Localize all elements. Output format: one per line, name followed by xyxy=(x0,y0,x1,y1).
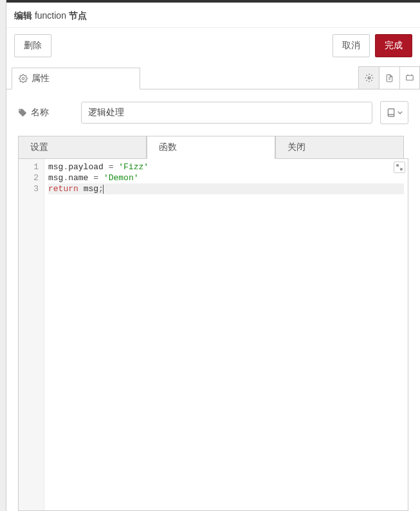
header-prefix: 编辑 xyxy=(14,10,35,21)
svg-point-0 xyxy=(22,77,24,80)
name-label-text: 名称 xyxy=(31,107,49,118)
code-lines[interactable]: msg.payload = 'Fizz' msg.name = 'Demon' … xyxy=(44,159,408,510)
svg-rect-4 xyxy=(406,76,414,80)
gear-icon xyxy=(19,74,28,83)
code-editor[interactable]: 1 2 3 msg.payload = 'Fizz' msg.name = 'D… xyxy=(18,158,408,511)
done-button[interactable]: 完成 xyxy=(375,34,412,57)
name-input[interactable] xyxy=(81,102,372,124)
header-suffix: 节点 xyxy=(66,10,87,21)
left-scroll-strip xyxy=(0,0,6,511)
edit-panel: 编辑 function 节点 删除 取消 完成 属性 xyxy=(6,0,420,511)
tag-icon xyxy=(18,108,27,117)
header-node-type: function xyxy=(35,10,66,21)
action-row: 删除 取消 完成 xyxy=(6,28,420,66)
line-gutter: 1 2 3 xyxy=(19,159,44,510)
line-number: 2 xyxy=(26,172,39,183)
code-line[interactable]: msg.payload = 'Fizz' xyxy=(48,162,404,172)
svg-point-1 xyxy=(368,77,370,79)
sub-tab-row: 设置 函数 关闭 xyxy=(18,136,408,159)
expand-icon xyxy=(396,164,403,171)
tab-settings-icon[interactable] xyxy=(358,66,379,89)
tab-properties[interactable]: 属性 xyxy=(12,68,140,89)
expand-editor-button[interactable] xyxy=(394,162,405,173)
name-row: 名称 xyxy=(18,101,408,124)
line-number: 1 xyxy=(26,162,39,172)
sub-tab-setup[interactable]: 设置 xyxy=(18,136,147,159)
tab-appearance-icon[interactable] xyxy=(399,66,420,89)
cancel-button[interactable]: 取消 xyxy=(333,34,370,57)
delete-button[interactable]: 删除 xyxy=(14,34,51,57)
panel-header: 编辑 function 节点 xyxy=(6,3,420,28)
line-number: 3 xyxy=(26,183,39,194)
tab-description-icon[interactable] xyxy=(379,66,399,89)
tab-row: 属性 xyxy=(6,66,420,89)
text-cursor xyxy=(103,185,104,194)
caret-down-icon xyxy=(397,110,403,115)
form-area: 名称 xyxy=(6,89,420,136)
code-area[interactable]: 1 2 3 msg.payload = 'Fizz' msg.name = 'D… xyxy=(19,159,408,510)
language-button[interactable] xyxy=(380,101,408,124)
sub-tab-function[interactable]: 函数 xyxy=(147,136,275,159)
book-icon xyxy=(387,108,396,117)
sub-tab-close[interactable]: 关闭 xyxy=(275,136,404,159)
name-label: 名称 xyxy=(18,107,73,118)
code-line[interactable]: msg.name = 'Demon' xyxy=(48,172,404,183)
code-line[interactable]: return msg; xyxy=(48,183,404,194)
tab-properties-label: 属性 xyxy=(32,73,50,84)
